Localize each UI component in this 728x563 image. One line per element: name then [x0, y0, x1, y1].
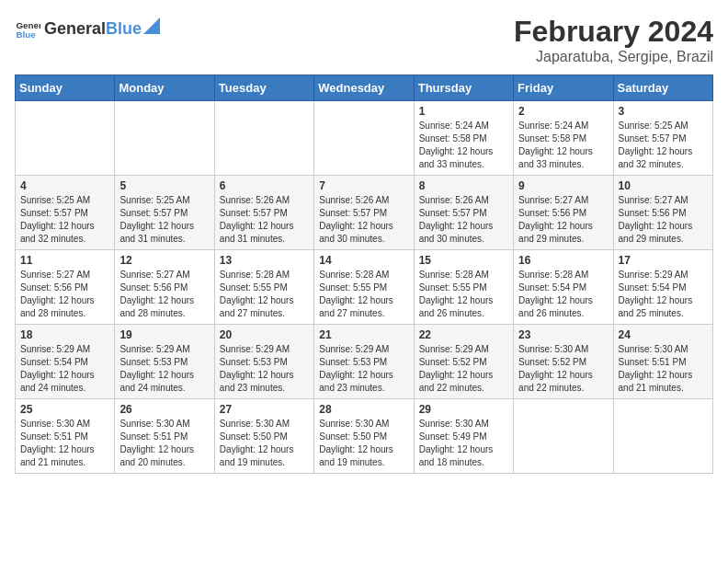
day-number: 13 — [220, 254, 309, 267]
calendar-cell: 12Sunrise: 5:27 AM Sunset: 5:56 PM Dayli… — [115, 250, 214, 325]
calendar-cell — [115, 101, 214, 176]
day-content: Sunrise: 5:24 AM Sunset: 5:58 PM Dayligh… — [518, 120, 608, 171]
calendar-cell: 1Sunrise: 5:24 AM Sunset: 5:58 PM Daylig… — [414, 101, 513, 176]
day-number: 29 — [419, 403, 508, 416]
calendar-cell: 21Sunrise: 5:29 AM Sunset: 5:53 PM Dayli… — [314, 325, 414, 399]
day-number: 18 — [20, 328, 109, 341]
day-content: Sunrise: 5:27 AM Sunset: 5:56 PM Dayligh… — [20, 269, 109, 320]
svg-marker-3 — [143, 17, 160, 34]
calendar-cell: 8Sunrise: 5:26 AM Sunset: 5:57 PM Daylig… — [414, 176, 513, 250]
day-content: Sunrise: 5:28 AM Sunset: 5:55 PM Dayligh… — [220, 269, 309, 320]
calendar-cell: 6Sunrise: 5:26 AM Sunset: 5:57 PM Daylig… — [214, 176, 313, 250]
calendar-cell: 15Sunrise: 5:28 AM Sunset: 5:55 PM Dayli… — [414, 250, 513, 325]
calendar-cell: 22Sunrise: 5:29 AM Sunset: 5:52 PM Dayli… — [414, 325, 513, 399]
day-number: 24 — [619, 328, 708, 341]
logo: General Blue General Blue — [15, 15, 160, 40]
day-number: 4 — [20, 179, 109, 192]
day-number: 14 — [319, 254, 408, 267]
day-number: 7 — [319, 179, 408, 192]
calendar-cell: 24Sunrise: 5:30 AM Sunset: 5:51 PM Dayli… — [613, 325, 712, 399]
header-day-wednesday: Wednesday — [314, 75, 414, 101]
calendar-table: SundayMondayTuesdayWednesdayThursdayFrid… — [15, 75, 713, 474]
calendar-cell — [16, 101, 115, 176]
calendar-cell — [514, 399, 613, 474]
day-number: 20 — [220, 328, 309, 341]
day-content: Sunrise: 5:25 AM Sunset: 5:57 PM Dayligh… — [20, 194, 109, 246]
calendar-cell: 17Sunrise: 5:29 AM Sunset: 5:54 PM Dayli… — [613, 250, 712, 325]
day-content: Sunrise: 5:30 AM Sunset: 5:49 PM Dayligh… — [419, 418, 508, 469]
calendar-cell: 16Sunrise: 5:28 AM Sunset: 5:54 PM Dayli… — [514, 250, 613, 325]
day-number: 8 — [419, 179, 508, 192]
title-area: February 2024 Japaratuba, Sergipe, Brazi… — [514, 15, 713, 65]
calendar-week-row: 18Sunrise: 5:29 AM Sunset: 5:54 PM Dayli… — [16, 325, 713, 399]
day-content: Sunrise: 5:28 AM Sunset: 5:55 PM Dayligh… — [319, 269, 408, 320]
day-content: Sunrise: 5:27 AM Sunset: 5:56 PM Dayligh… — [518, 194, 608, 246]
header-day-sunday: Sunday — [16, 75, 115, 101]
day-number: 16 — [518, 254, 608, 267]
calendar-cell: 7Sunrise: 5:26 AM Sunset: 5:57 PM Daylig… — [314, 176, 414, 250]
calendar-cell: 18Sunrise: 5:29 AM Sunset: 5:54 PM Dayli… — [16, 325, 115, 399]
calendar-cell: 28Sunrise: 5:30 AM Sunset: 5:50 PM Dayli… — [314, 399, 414, 474]
calendar-cell: 13Sunrise: 5:28 AM Sunset: 5:55 PM Dayli… — [214, 250, 313, 325]
day-content: Sunrise: 5:29 AM Sunset: 5:54 PM Dayligh… — [619, 269, 708, 320]
calendar-week-row: 1Sunrise: 5:24 AM Sunset: 5:58 PM Daylig… — [16, 101, 713, 176]
calendar-cell: 10Sunrise: 5:27 AM Sunset: 5:56 PM Dayli… — [613, 176, 712, 250]
header-day-friday: Friday — [514, 75, 613, 101]
calendar-body: 1Sunrise: 5:24 AM Sunset: 5:58 PM Daylig… — [16, 101, 713, 474]
month-year-title: February 2024 — [514, 15, 713, 49]
calendar-week-row: 4Sunrise: 5:25 AM Sunset: 5:57 PM Daylig… — [16, 176, 713, 250]
day-content: Sunrise: 5:30 AM Sunset: 5:51 PM Dayligh… — [619, 343, 708, 395]
day-content: Sunrise: 5:25 AM Sunset: 5:57 PM Dayligh… — [619, 120, 708, 171]
day-number: 9 — [518, 179, 608, 192]
day-number: 3 — [619, 105, 708, 118]
calendar-cell — [613, 399, 712, 474]
calendar-cell: 4Sunrise: 5:25 AM Sunset: 5:57 PM Daylig… — [16, 176, 115, 250]
calendar-header-row: SundayMondayTuesdayWednesdayThursdayFrid… — [16, 75, 713, 101]
day-content: Sunrise: 5:27 AM Sunset: 5:56 PM Dayligh… — [619, 194, 708, 246]
day-number: 19 — [119, 328, 209, 341]
calendar-cell: 20Sunrise: 5:29 AM Sunset: 5:53 PM Dayli… — [214, 325, 313, 399]
calendar-cell: 2Sunrise: 5:24 AM Sunset: 5:58 PM Daylig… — [514, 101, 613, 176]
header-day-monday: Monday — [115, 75, 214, 101]
calendar-week-row: 11Sunrise: 5:27 AM Sunset: 5:56 PM Dayli… — [16, 250, 713, 325]
calendar-cell: 29Sunrise: 5:30 AM Sunset: 5:49 PM Dayli… — [414, 399, 513, 474]
header-day-tuesday: Tuesday — [214, 75, 313, 101]
header-day-thursday: Thursday — [414, 75, 513, 101]
calendar-cell: 11Sunrise: 5:27 AM Sunset: 5:56 PM Dayli… — [16, 250, 115, 325]
day-content: Sunrise: 5:27 AM Sunset: 5:56 PM Dayligh… — [119, 269, 209, 320]
day-number: 12 — [119, 254, 209, 267]
day-content: Sunrise: 5:25 AM Sunset: 5:57 PM Dayligh… — [119, 194, 209, 246]
logo-icon: General Blue — [15, 15, 40, 40]
day-content: Sunrise: 5:30 AM Sunset: 5:52 PM Dayligh… — [518, 343, 608, 395]
day-content: Sunrise: 5:29 AM Sunset: 5:53 PM Dayligh… — [119, 343, 209, 395]
day-number: 11 — [20, 254, 109, 267]
calendar-cell — [214, 101, 313, 176]
day-number: 17 — [619, 254, 708, 267]
day-content: Sunrise: 5:26 AM Sunset: 5:57 PM Dayligh… — [419, 194, 508, 246]
logo-blue-text: Blue — [106, 19, 142, 39]
day-number: 23 — [518, 328, 608, 341]
day-content: Sunrise: 5:30 AM Sunset: 5:51 PM Dayligh… — [20, 418, 109, 469]
day-content: Sunrise: 5:28 AM Sunset: 5:54 PM Dayligh… — [518, 269, 608, 320]
location-subtitle: Japaratuba, Sergipe, Brazil — [514, 49, 713, 65]
header: General Blue General Blue February 2024 … — [15, 15, 713, 65]
calendar-week-row: 25Sunrise: 5:30 AM Sunset: 5:51 PM Dayli… — [16, 399, 713, 474]
day-number: 28 — [319, 403, 408, 416]
day-content: Sunrise: 5:29 AM Sunset: 5:53 PM Dayligh… — [220, 343, 309, 395]
day-content: Sunrise: 5:24 AM Sunset: 5:58 PM Dayligh… — [419, 120, 508, 171]
day-number: 6 — [220, 179, 309, 192]
calendar-cell — [314, 101, 414, 176]
calendar-cell: 3Sunrise: 5:25 AM Sunset: 5:57 PM Daylig… — [613, 101, 712, 176]
day-content: Sunrise: 5:30 AM Sunset: 5:51 PM Dayligh… — [119, 418, 209, 469]
header-day-saturday: Saturday — [613, 75, 712, 101]
day-content: Sunrise: 5:30 AM Sunset: 5:50 PM Dayligh… — [220, 418, 309, 469]
logo-triangle-icon — [143, 17, 160, 34]
calendar-cell: 23Sunrise: 5:30 AM Sunset: 5:52 PM Dayli… — [514, 325, 613, 399]
day-content: Sunrise: 5:26 AM Sunset: 5:57 PM Dayligh… — [319, 194, 408, 246]
day-number: 10 — [619, 179, 708, 192]
calendar-cell: 19Sunrise: 5:29 AM Sunset: 5:53 PM Dayli… — [115, 325, 214, 399]
svg-text:Blue: Blue — [16, 29, 36, 40]
day-number: 5 — [119, 179, 209, 192]
calendar-cell: 14Sunrise: 5:28 AM Sunset: 5:55 PM Dayli… — [314, 250, 414, 325]
calendar-cell: 5Sunrise: 5:25 AM Sunset: 5:57 PM Daylig… — [115, 176, 214, 250]
